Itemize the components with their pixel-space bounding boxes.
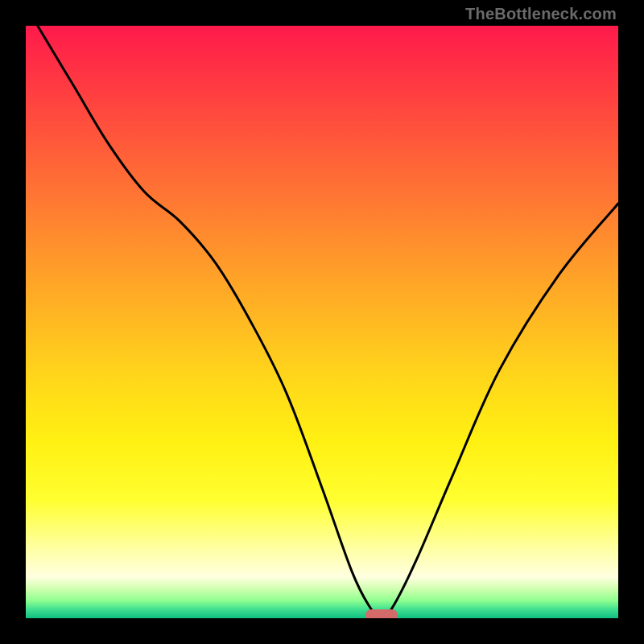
bottleneck-curve [26,26,618,618]
optimal-point-marker [365,609,398,618]
chart-frame: TheBottleneck.com [0,0,644,644]
watermark-text: TheBottleneck.com [465,5,617,23]
plot-area [26,26,618,618]
